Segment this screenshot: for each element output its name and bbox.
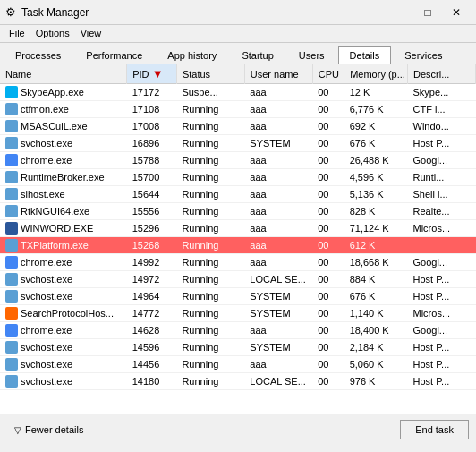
cell-user: aaa [244, 169, 312, 186]
cell-user: aaa [244, 203, 312, 220]
close-button[interactable]: ✕ [442, 4, 471, 21]
cell-pid: 15268 [127, 237, 177, 254]
app-title: Task Manager [21, 6, 89, 19]
tab-startup[interactable]: Startup [230, 46, 285, 64]
cell-name: MSASCuiL.exe [0, 118, 127, 135]
table-row[interactable]: svchost.exe 14180 Running LOCAL SE... 00… [0, 373, 476, 390]
cell-cpu: 00 [312, 339, 344, 356]
table-row[interactable]: sihost.exe 15644 Running aaa 00 5,136 K … [0, 186, 476, 203]
cell-desc: Googl... [408, 152, 476, 169]
table-row[interactable]: chrome.exe 15788 Running aaa 00 26,488 K… [0, 152, 476, 169]
cell-user: aaa [244, 186, 312, 203]
cell-name: sihost.exe [0, 186, 127, 203]
col-header-cpu[interactable]: CPU [312, 64, 344, 84]
maximize-button[interactable]: □ [413, 4, 442, 21]
cell-memory: 18,400 K [344, 322, 408, 339]
end-task-button[interactable]: End task [400, 420, 469, 439]
cell-memory: 5,136 K [344, 186, 408, 203]
cell-desc: Windo... [408, 118, 476, 135]
cell-desc: Micros... [408, 220, 476, 237]
table-row[interactable]: SearchProtocolHos... 14772 Running SYSTE… [0, 305, 476, 322]
tab-users[interactable]: Users [287, 46, 336, 64]
cell-user: aaa [244, 152, 312, 169]
cell-status: Running [176, 135, 244, 152]
menu-options[interactable]: Options [30, 27, 75, 40]
cell-pid: 14596 [127, 339, 177, 356]
table-row[interactable]: RuntimeBroker.exe 15700 Running aaa 00 4… [0, 169, 476, 186]
table-row[interactable]: chrome.exe 14992 Running aaa 00 18,668 K… [0, 254, 476, 271]
col-header-pid[interactable]: PID ▼ [127, 64, 177, 84]
cell-name: chrome.exe [0, 322, 127, 339]
cell-cpu: 00 [312, 356, 344, 373]
cell-name: chrome.exe [0, 152, 127, 169]
cell-status: Running [176, 169, 244, 186]
cell-desc: Micros... [408, 305, 476, 322]
cell-cpu: 00 [312, 84, 344, 101]
titlebar-left: ⚙ Task Manager [5, 5, 89, 19]
cell-memory: 4,596 K [344, 169, 408, 186]
table-row[interactable]: svchost.exe 14972 Running LOCAL SE... 00… [0, 271, 476, 288]
table-row[interactable]: TXPlatform.exe 15268 Running aaa 00 612 … [0, 237, 476, 254]
cell-name: RuntimeBroker.exe [0, 169, 127, 186]
cell-name: RtkNGUI64.exe [0, 203, 127, 220]
cell-user: aaa [244, 118, 312, 135]
cell-cpu: 00 [312, 152, 344, 169]
menu-view[interactable]: View [75, 27, 107, 40]
fewer-details-button[interactable]: ▽ Fewer details [7, 422, 90, 438]
cell-status: Running [176, 271, 244, 288]
table-row[interactable]: ctfmon.exe 17108 Running aaa 00 6,776 K … [0, 101, 476, 118]
cell-status: Running [176, 203, 244, 220]
process-table-container: Name PID ▼ Status User name CPU Memory (… [0, 64, 476, 414]
cell-name: svchost.exe [0, 135, 127, 152]
table-row[interactable]: svchost.exe 16896 Running SYSTEM 00 676 … [0, 135, 476, 152]
cell-pid: 15556 [127, 203, 177, 220]
cell-user: LOCAL SE... [244, 271, 312, 288]
minimize-button[interactable]: — [385, 4, 413, 21]
table-row[interactable]: svchost.exe 14964 Running SYSTEM 00 676 … [0, 288, 476, 305]
tab-details[interactable]: Details [338, 46, 392, 64]
menu-file[interactable]: File [4, 27, 30, 40]
cell-cpu: 00 [312, 203, 344, 220]
cell-user: aaa [244, 322, 312, 339]
table-row[interactable]: MSASCuiL.exe 17008 Running aaa 00 692 K … [0, 118, 476, 135]
tab-services[interactable]: Services [393, 46, 454, 64]
table-row[interactable]: svchost.exe 14596 Running SYSTEM 00 2,18… [0, 339, 476, 356]
col-header-name[interactable]: Name [0, 64, 127, 84]
cell-pid: 14964 [127, 288, 177, 305]
cell-cpu: 00 [312, 288, 344, 305]
cell-memory: 26,488 K [344, 152, 408, 169]
cell-memory: 828 K [344, 203, 408, 220]
cell-pid: 14180 [127, 373, 177, 390]
cell-pid: 14992 [127, 254, 177, 271]
cell-status: Running [176, 237, 244, 254]
cell-pid: 14628 [127, 322, 177, 339]
col-header-user[interactable]: User name [244, 64, 312, 84]
col-header-memory[interactable]: Memory (p... [344, 64, 408, 84]
col-header-status[interactable]: Status [176, 64, 244, 84]
cell-memory: 676 K [344, 135, 408, 152]
cell-name: svchost.exe [0, 271, 127, 288]
table-row[interactable]: WINWORD.EXE 15296 Running aaa 00 71,124 … [0, 220, 476, 237]
cell-status: Running [176, 288, 244, 305]
cell-name: WINWORD.EXE [0, 220, 127, 237]
cell-desc: Googl... [408, 322, 476, 339]
cell-pid: 15788 [127, 152, 177, 169]
chevron-down-icon: ▽ [14, 425, 21, 435]
table-row[interactable]: chrome.exe 14628 Running aaa 00 18,400 K… [0, 322, 476, 339]
cell-cpu: 00 [312, 254, 344, 271]
table-body: SkypeApp.exe 17172 Suspe... aaa 00 12 K … [0, 84, 476, 390]
cell-desc: Realte... [408, 203, 476, 220]
cell-cpu: 00 [312, 118, 344, 135]
col-header-desc[interactable]: Descri... [408, 64, 476, 84]
table-row[interactable]: SkypeApp.exe 17172 Suspe... aaa 00 12 K … [0, 84, 476, 101]
cell-memory: 18,668 K [344, 254, 408, 271]
table-row[interactable]: svchost.exe 14456 Running aaa 00 5,060 K… [0, 356, 476, 373]
cell-user: SYSTEM [244, 288, 312, 305]
tab-app-history[interactable]: App history [156, 46, 228, 64]
cell-desc [408, 237, 476, 254]
cell-cpu: 00 [312, 271, 344, 288]
tab-processes[interactable]: Processes [4, 46, 72, 64]
tab-performance[interactable]: Performance [74, 46, 154, 64]
cell-desc: Googl... [408, 254, 476, 271]
table-row[interactable]: RtkNGUI64.exe 15556 Running aaa 00 828 K… [0, 203, 476, 220]
